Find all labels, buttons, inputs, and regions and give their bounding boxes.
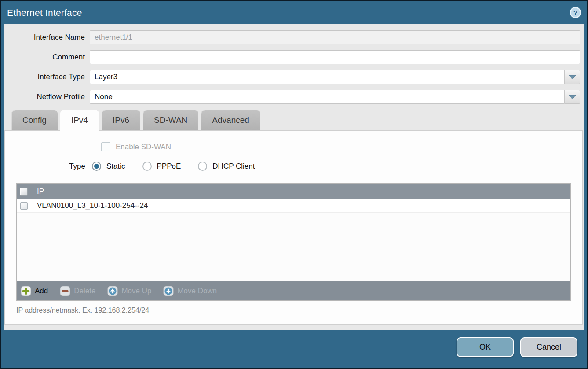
netflow-profile-select[interactable] [90,90,564,104]
type-row: Type Static PPPoE DHCP Client [5,162,582,171]
move-down-button: Move Down [163,286,217,296]
pppoe-radio[interactable] [142,162,152,171]
dialog-footer: OK Cancel [1,330,587,357]
interface-name-input [90,30,580,44]
tab-ipv6[interactable]: IPv6 [102,110,140,130]
dhcp-client-radio[interactable] [198,162,207,171]
tab-config[interactable]: Config [11,110,58,130]
row-ip-value: VLAN0100_L3_10-1-100-254--24 [31,199,148,212]
delete-minus-icon [60,286,70,296]
static-radio[interactable] [92,162,101,171]
table-toolbar: Add Delete [17,281,570,300]
pppoe-radio-label: PPPoE [157,162,181,171]
enable-sdwan-label: Enable SD-WAN [116,143,171,151]
form-row-netflow-profile: Netflow Profile [4,90,580,104]
ip-column-header: IP [31,184,44,199]
form-row-interface-type: Interface Type [4,70,580,84]
form-row-interface-name: Interface Name [4,30,580,44]
ip-address-table: IP VLAN0100_L3_10-1-100-254--24 [16,183,571,301]
move-up-button: Move Up [107,286,151,296]
tab-sdwan[interactable]: SD-WAN [143,110,198,130]
row-checkbox[interactable] [20,202,28,210]
radio-option-dhcp-client[interactable]: DHCP Client [198,162,255,171]
interface-type-select[interactable] [90,70,564,84]
enable-sdwan-row: Enable SD-WAN [101,142,582,151]
move-down-button-label: Move Down [177,287,217,295]
static-radio-label: Static [106,162,125,171]
add-plus-icon [21,286,31,296]
move-up-button-label: Move Up [121,287,151,295]
table-body: VLAN0100_L3_10-1-100-254--24 [17,199,570,281]
comment-input[interactable] [90,50,580,64]
add-button-label: Add [35,287,48,295]
delete-button: Delete [60,286,95,296]
tab-ipv4[interactable]: IPv4 [60,110,99,131]
interface-form: Interface Name Comment Interface Type [4,24,584,104]
dhcp-client-radio-label: DHCP Client [212,162,255,171]
interface-type-dropdown-button[interactable] [564,70,580,84]
dialog-titlebar: Ethernet Interface ? [1,1,587,24]
move-up-arrow-icon [107,286,118,296]
table-header: IP [17,184,570,199]
help-icon: ? [570,7,581,18]
ok-button[interactable]: OK [457,337,514,357]
chevron-down-icon [568,94,577,100]
type-label: Type [5,162,92,171]
row-checkbox-cell [17,199,31,212]
dialog-body: Interface Name Comment Interface Type [4,24,584,330]
select-all-cell [17,184,31,199]
tab-advanced[interactable]: Advanced [201,110,260,130]
chevron-down-icon [568,74,577,80]
select-all-checkbox[interactable] [20,188,28,196]
ip-format-hint: IP address/netmask. Ex. 192.168.2.254/24 [16,306,582,314]
interface-type-label: Interface Type [4,73,90,81]
help-button[interactable]: ? [570,7,581,18]
radio-option-static[interactable]: Static [92,162,125,171]
enable-sdwan-checkbox [101,142,110,151]
svg-text:?: ? [573,9,577,16]
netflow-profile-label: Netflow Profile [4,92,90,101]
netflow-profile-dropdown-button[interactable] [564,90,580,104]
interface-name-label: Interface Name [4,33,90,42]
form-row-comment: Comment [4,50,580,64]
radio-option-pppoe[interactable]: PPPoE [142,162,181,171]
table-row[interactable]: VLAN0100_L3_10-1-100-254--24 [17,199,570,213]
delete-button-label: Delete [74,287,95,295]
cancel-button[interactable]: Cancel [520,337,577,357]
add-button[interactable]: Add [21,286,48,296]
ipv4-tab-panel: Enable SD-WAN Type Static PPPoE DHCP Cli… [4,130,583,325]
ethernet-interface-dialog: Ethernet Interface ? Interface Name Comm… [0,0,588,369]
move-down-arrow-icon [163,286,174,296]
tab-bar: Config IPv4 IPv6 SD-WAN Advanced [11,110,584,130]
dialog-title: Ethernet Interface [7,7,82,18]
comment-label: Comment [4,53,90,62]
